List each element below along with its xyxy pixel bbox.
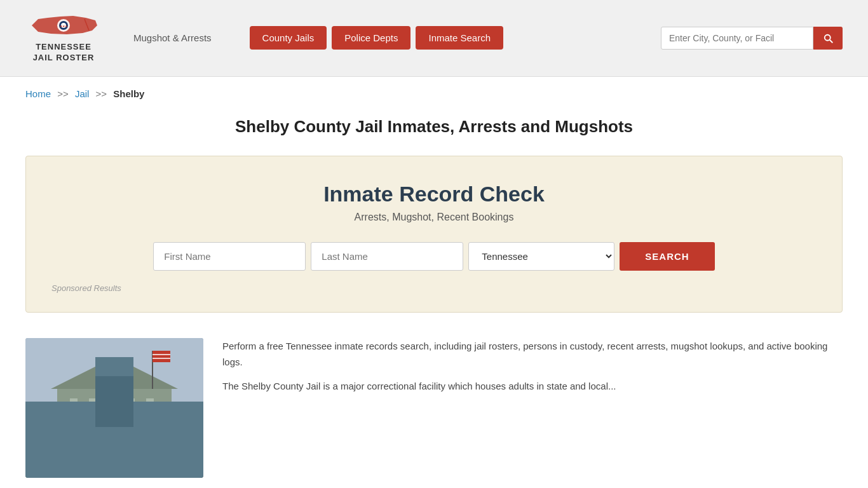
site-header: ★★★ TENNESSEE JAIL ROSTER Mugshot & Arre… — [0, 0, 868, 77]
inmate-search-form: Tennessee Alabama Alaska Arizona Arkansa… — [51, 242, 817, 271]
svg-rect-26 — [89, 451, 140, 455]
first-name-input[interactable] — [153, 242, 306, 271]
inmate-record-check-box: Inmate Record Check Arrests, Mugshot, Re… — [25, 156, 843, 313]
header-search-area — [661, 27, 843, 50]
inmate-search-submit[interactable]: SEARCH — [620, 242, 714, 271]
breadcrumb-jail[interactable]: Jail — [75, 88, 90, 99]
logo-text: TENNESSEE JAIL ROSTER — [33, 42, 95, 64]
search-icon — [822, 32, 834, 44]
nav-buttons: County Jails Police Depts Inmate Search — [250, 26, 503, 50]
svg-rect-14 — [127, 398, 135, 446]
svg-rect-27 — [38, 427, 43, 446]
svg-rect-17 — [94, 405, 107, 421]
last-name-input[interactable] — [311, 242, 463, 271]
county-jails-button[interactable]: County Jails — [250, 26, 327, 50]
breadcrumb: Home >> Jail >> Shelby — [0, 77, 868, 111]
state-select[interactable]: Tennessee Alabama Alaska Arizona Arkansa… — [468, 242, 614, 271]
content-text: Perform a free Tennessee inmate records … — [222, 338, 843, 478]
breadcrumb-sep1: >> — [57, 88, 69, 99]
svg-rect-12 — [89, 398, 97, 446]
police-depts-button[interactable]: Police Depts — [332, 26, 410, 50]
svg-rect-11 — [70, 398, 78, 446]
logo[interactable]: ★★★ TENNESSEE JAIL ROSTER — [25, 13, 102, 64]
inmate-check-title: Inmate Record Check — [51, 182, 817, 207]
header-search-input[interactable] — [661, 27, 813, 50]
svg-point-28 — [29, 407, 52, 435]
svg-rect-22 — [153, 351, 170, 362]
svg-rect-9 — [57, 389, 172, 446]
svg-text:★★★: ★★★ — [60, 24, 68, 28]
content-paragraph-2: The Shelby County Jail is a major correc… — [222, 378, 843, 395]
mugshot-arrests-link[interactable]: Mugshot & Arrests — [133, 32, 212, 43]
breadcrumb-current: Shelby — [113, 88, 144, 99]
svg-rect-19 — [136, 405, 149, 421]
logo-map-svg: ★★★ — [29, 13, 98, 39]
svg-rect-8 — [25, 440, 203, 478]
page-title-area: Shelby County Jail Inmates, Arrests and … — [0, 111, 868, 149]
svg-rect-16 — [73, 405, 86, 421]
breadcrumb-sep2: >> — [96, 88, 107, 99]
svg-rect-13 — [108, 398, 116, 446]
building-svg — [25, 338, 203, 478]
sponsored-results-label: Sponsored Results — [51, 283, 817, 293]
svg-rect-18 — [115, 405, 128, 421]
svg-rect-7 — [25, 338, 203, 421]
inmate-check-subtitle: Arrests, Mugshot, Recent Bookings — [51, 212, 817, 223]
content-paragraph-1: Perform a free Tennessee inmate records … — [222, 338, 843, 370]
content-area: Perform a free Tennessee inmate records … — [0, 325, 868, 488]
svg-rect-20 — [102, 427, 127, 446]
svg-rect-25 — [86, 446, 143, 451]
svg-point-30 — [170, 411, 191, 437]
facility-image — [25, 338, 203, 478]
header-search-button[interactable] — [813, 27, 843, 50]
svg-rect-29 — [178, 430, 183, 446]
svg-rect-15 — [146, 398, 154, 446]
breadcrumb-home[interactable]: Home — [25, 88, 51, 99]
inmate-search-button[interactable]: Inmate Search — [416, 26, 503, 50]
page-title: Shelby County Jail Inmates, Arrests and … — [25, 117, 843, 137]
